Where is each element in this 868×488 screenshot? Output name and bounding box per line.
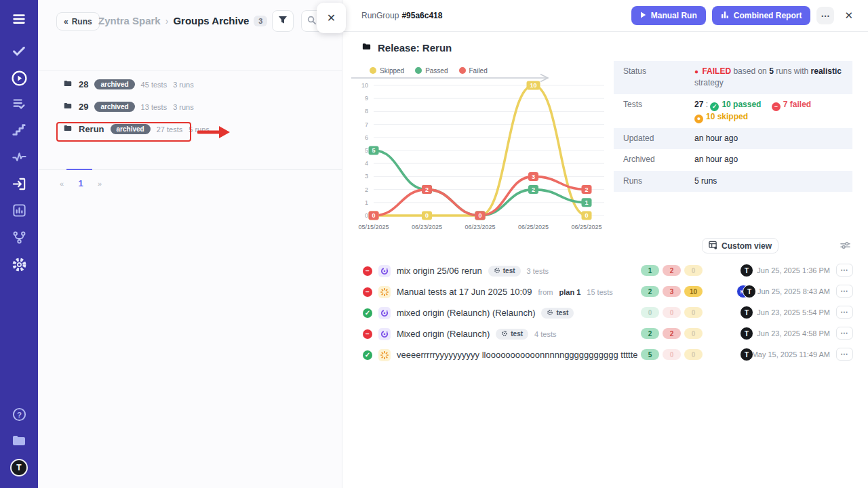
failed-dot-icon: ● (694, 68, 698, 75)
folder-name: 28 (79, 79, 88, 89)
check-circle-icon: ✓ (710, 102, 719, 111)
tests-icon[interactable] (0, 43, 38, 59)
settings-icon[interactable] (0, 256, 38, 273)
back-to-runs-button[interactable]: « Runs (56, 12, 100, 30)
row-more-button[interactable]: ⋯ (836, 348, 853, 361)
analytics-icon[interactable] (0, 202, 38, 218)
gear-icon (547, 309, 553, 317)
run-title: mixed origin (Relaunch) (Relaunch) (397, 308, 535, 318)
passed-count-badge: 2 (641, 328, 659, 339)
row-more-button[interactable]: ⋯ (836, 285, 853, 298)
run-row-main: −Mixed origin (Relaunch)test4 tests (363, 323, 637, 344)
chart-legend: SkippedPassedFailed (348, 65, 614, 76)
tests-failed: 7 failed (783, 100, 811, 109)
breadcrumb-project[interactable]: Zyntra Spark (98, 15, 161, 26)
help-icon[interactable]: ? (0, 406, 38, 422)
run-passed-icon: ✓ (363, 308, 372, 318)
groups-archive-panel: « Runs Zyntra Spark › Groups Archive 3 2… (38, 0, 342, 488)
svg-text:?: ? (16, 410, 21, 418)
rungroup-title-text: Release: Rerun (378, 42, 452, 54)
run-list-item[interactable]: −Manual tests at 17 Jun 2025 10:09frompl… (342, 281, 868, 302)
failed-count-badge: 3 (663, 286, 681, 297)
archived-badge: archived (111, 124, 151, 134)
folder-icon (63, 79, 73, 91)
svg-text:0: 0 (425, 212, 429, 219)
filter-button[interactable] (272, 10, 294, 32)
legend-label: Skipped (380, 67, 404, 75)
folder-row[interactable]: 29archived13 tests3 runs (38, 96, 342, 118)
svg-text:0: 0 (365, 212, 368, 219)
passed-count-badge: 1 (641, 265, 659, 276)
custom-view-button[interactable]: Custom view (702, 238, 778, 253)
close-icon: ✕ (327, 12, 336, 24)
left-panel-header: « Runs Zyntra Spark › Groups Archive 3 (38, 0, 342, 42)
avatar: T (740, 327, 753, 340)
funnel-icon (278, 16, 288, 27)
row-more-button[interactable]: ⋯ (836, 264, 853, 277)
folder-runs-count: 5 runs (189, 125, 210, 134)
pagination-next-button[interactable]: » (95, 180, 104, 188)
svg-text:05/15/2025: 05/15/2025 (358, 224, 389, 230)
svg-text:7: 7 (365, 121, 368, 128)
failed-count-badge: 0 (663, 307, 681, 318)
status-text2: runs with (776, 66, 808, 76)
run-timestamp: Jun 23, 2025 4:58 PM (757, 329, 830, 338)
svg-text:0: 0 (372, 212, 375, 219)
user-avatar[interactable]: T (0, 458, 38, 477)
integrations-icon[interactable] (0, 229, 38, 245)
svg-text:10: 10 (530, 82, 536, 89)
run-from-plan: plan 1 (559, 288, 580, 296)
run-list-item[interactable]: −Mixed origin (Relaunch)test4 tests220TJ… (342, 323, 868, 344)
folder-icon (361, 41, 372, 54)
summary-label: Updated (623, 133, 694, 144)
run-count-badges: 000 (641, 307, 703, 318)
svg-text:2: 2 (532, 186, 535, 193)
summary-label: Runs (623, 176, 694, 187)
projects-icon[interactable] (0, 432, 38, 449)
run-timestamp: Jun 23, 2025 5:54 PM (757, 308, 830, 317)
folder-tests-count: 27 tests (157, 125, 183, 134)
folder-row[interactable]: Rerunarchived27 tests5 runs (38, 118, 342, 140)
run-row-main: ✓veeeerrrrryyyyyyyyyy llooooooooooonnnnn… (363, 344, 637, 365)
pagination-page-1[interactable]: 1 (76, 178, 85, 188)
pagination-prev-button[interactable]: « (57, 180, 66, 188)
run-tests-count: 3 tests (527, 267, 549, 275)
folder-name: Rerun (79, 124, 104, 134)
test-tag-pill: test (496, 329, 528, 340)
archived-badge: archived (94, 102, 134, 112)
manual-run-button[interactable]: Manual Run (631, 6, 706, 25)
run-list-item[interactable]: ✓veeeerrrrryyyyyyyyyy llooooooooooonnnnn… (342, 344, 868, 365)
launches-icon[interactable] (0, 176, 38, 192)
manual-run-icon (378, 349, 391, 361)
run-title: Manual tests at 17 Jun 2025 10:09 (397, 287, 532, 297)
row-more-button[interactable]: ⋯ (836, 327, 853, 340)
svg-text:2: 2 (365, 186, 368, 193)
skipped-count-badge: 10 (684, 286, 703, 297)
svg-text:1: 1 (365, 199, 368, 206)
svg-text:3: 3 (365, 173, 368, 180)
panel-close-button[interactable]: ✕ (317, 3, 346, 33)
row-more-button[interactable]: ⋯ (836, 306, 853, 319)
combined-report-button[interactable]: Combined Report (712, 6, 811, 25)
activity-icon[interactable] (0, 149, 38, 164)
run-list-item[interactable]: ✓mixed origin (Relaunch) (Relaunch)test0… (342, 302, 868, 323)
run-list-item[interactable]: −mix origin 25/06 reruntest3 tests120TJu… (342, 260, 868, 281)
avatar: T (740, 264, 753, 277)
svg-text:0: 0 (585, 212, 588, 219)
header-more-button[interactable]: ⋯ (816, 7, 834, 24)
milestones-icon[interactable] (0, 123, 38, 138)
automated-run-icon (378, 265, 391, 277)
menu-icon[interactable] (0, 11, 38, 27)
status-text3: strategy (694, 78, 724, 87)
summary-row-archived: Archived an hour ago (614, 149, 852, 170)
folder-icon (63, 123, 73, 136)
runs-icon[interactable] (0, 69, 38, 87)
run-count-badges: 500 (641, 349, 703, 360)
view-options-button[interactable] (839, 239, 852, 253)
run-list-toolbar: Custom view (342, 237, 868, 256)
test-lists-icon[interactable] (0, 96, 38, 112)
detail-close-button[interactable]: ✕ (844, 9, 853, 22)
summary-row-tests: Tests 27 : ✓10 passed −7 failed ●10 skip… (614, 94, 852, 128)
app-window: ? T « Runs Zyntra Spark › Groups Archive… (0, 0, 868, 488)
folder-row[interactable]: 28archived45 tests3 runs (38, 73, 342, 96)
